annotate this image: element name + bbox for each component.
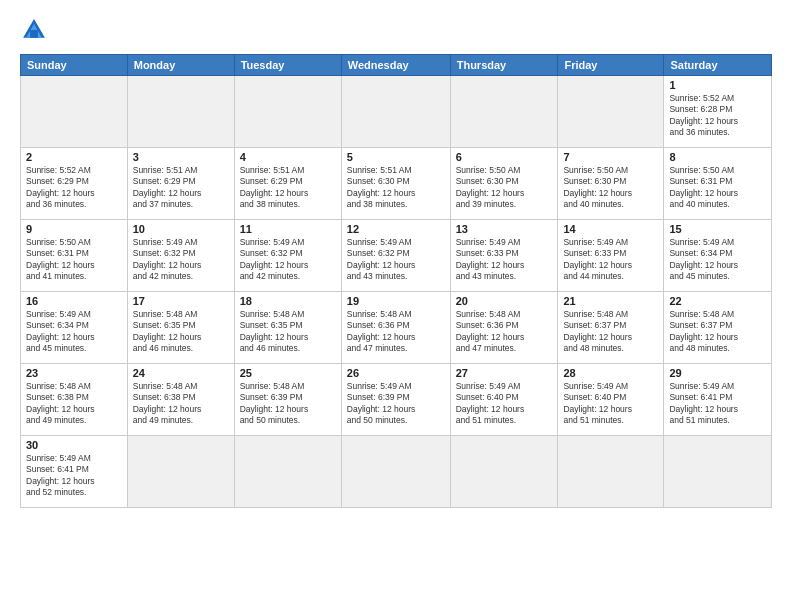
week-row-5: 30Sunrise: 5:49 AM Sunset: 6:41 PM Dayli… [21,436,772,508]
day-number: 19 [347,295,445,307]
day-info: Sunrise: 5:48 AM Sunset: 6:36 PM Dayligh… [456,309,553,355]
weekday-header-wednesday: Wednesday [341,55,450,76]
week-row-4: 23Sunrise: 5:48 AM Sunset: 6:38 PM Dayli… [21,364,772,436]
calendar-cell [558,436,664,508]
day-info: Sunrise: 5:52 AM Sunset: 6:29 PM Dayligh… [26,165,122,211]
day-info: Sunrise: 5:51 AM Sunset: 6:30 PM Dayligh… [347,165,445,211]
day-info: Sunrise: 5:50 AM Sunset: 6:30 PM Dayligh… [456,165,553,211]
calendar-cell: 2Sunrise: 5:52 AM Sunset: 6:29 PM Daylig… [21,148,128,220]
day-number: 8 [669,151,766,163]
calendar-cell: 21Sunrise: 5:48 AM Sunset: 6:37 PM Dayli… [558,292,664,364]
calendar-cell [127,76,234,148]
weekday-header-tuesday: Tuesday [234,55,341,76]
day-info: Sunrise: 5:49 AM Sunset: 6:39 PM Dayligh… [347,381,445,427]
calendar-cell [127,436,234,508]
day-number: 12 [347,223,445,235]
day-info: Sunrise: 5:48 AM Sunset: 6:38 PM Dayligh… [133,381,229,427]
calendar-cell: 3Sunrise: 5:51 AM Sunset: 6:29 PM Daylig… [127,148,234,220]
day-info: Sunrise: 5:49 AM Sunset: 6:41 PM Dayligh… [26,453,122,499]
calendar-cell: 13Sunrise: 5:49 AM Sunset: 6:33 PM Dayli… [450,220,558,292]
weekday-header-friday: Friday [558,55,664,76]
day-number: 30 [26,439,122,451]
day-info: Sunrise: 5:52 AM Sunset: 6:28 PM Dayligh… [669,93,766,139]
day-info: Sunrise: 5:48 AM Sunset: 6:39 PM Dayligh… [240,381,336,427]
day-number: 29 [669,367,766,379]
calendar-cell: 17Sunrise: 5:48 AM Sunset: 6:35 PM Dayli… [127,292,234,364]
day-info: Sunrise: 5:50 AM Sunset: 6:31 PM Dayligh… [26,237,122,283]
day-info: Sunrise: 5:49 AM Sunset: 6:33 PM Dayligh… [563,237,658,283]
day-number: 27 [456,367,553,379]
weekday-header-monday: Monday [127,55,234,76]
calendar-cell: 4Sunrise: 5:51 AM Sunset: 6:29 PM Daylig… [234,148,341,220]
logo [20,16,52,44]
calendar-cell [234,436,341,508]
day-info: Sunrise: 5:48 AM Sunset: 6:35 PM Dayligh… [240,309,336,355]
day-number: 5 [347,151,445,163]
calendar-cell: 18Sunrise: 5:48 AM Sunset: 6:35 PM Dayli… [234,292,341,364]
calendar-cell: 30Sunrise: 5:49 AM Sunset: 6:41 PM Dayli… [21,436,128,508]
calendar-cell [664,436,772,508]
day-number: 18 [240,295,336,307]
day-info: Sunrise: 5:49 AM Sunset: 6:41 PM Dayligh… [669,381,766,427]
day-info: Sunrise: 5:48 AM Sunset: 6:37 PM Dayligh… [669,309,766,355]
weekday-row: SundayMondayTuesdayWednesdayThursdayFrid… [21,55,772,76]
calendar-cell [341,76,450,148]
day-info: Sunrise: 5:49 AM Sunset: 6:32 PM Dayligh… [240,237,336,283]
calendar-cell [450,76,558,148]
calendar-cell: 1Sunrise: 5:52 AM Sunset: 6:28 PM Daylig… [664,76,772,148]
day-info: Sunrise: 5:49 AM Sunset: 6:34 PM Dayligh… [26,309,122,355]
day-number: 1 [669,79,766,91]
day-number: 2 [26,151,122,163]
day-info: Sunrise: 5:49 AM Sunset: 6:33 PM Dayligh… [456,237,553,283]
day-number: 24 [133,367,229,379]
week-row-2: 9Sunrise: 5:50 AM Sunset: 6:31 PM Daylig… [21,220,772,292]
day-info: Sunrise: 5:50 AM Sunset: 6:31 PM Dayligh… [669,165,766,211]
day-info: Sunrise: 5:49 AM Sunset: 6:32 PM Dayligh… [347,237,445,283]
day-number: 11 [240,223,336,235]
calendar-cell: 23Sunrise: 5:48 AM Sunset: 6:38 PM Dayli… [21,364,128,436]
calendar-cell [234,76,341,148]
day-info: Sunrise: 5:48 AM Sunset: 6:37 PM Dayligh… [563,309,658,355]
calendar-cell: 14Sunrise: 5:49 AM Sunset: 6:33 PM Dayli… [558,220,664,292]
day-number: 26 [347,367,445,379]
calendar-cell: 29Sunrise: 5:49 AM Sunset: 6:41 PM Dayli… [664,364,772,436]
day-info: Sunrise: 5:49 AM Sunset: 6:40 PM Dayligh… [563,381,658,427]
calendar-cell: 24Sunrise: 5:48 AM Sunset: 6:38 PM Dayli… [127,364,234,436]
calendar-cell [21,76,128,148]
calendar-cell: 25Sunrise: 5:48 AM Sunset: 6:39 PM Dayli… [234,364,341,436]
svg-rect-2 [30,30,38,38]
day-number: 13 [456,223,553,235]
calendar-cell: 6Sunrise: 5:50 AM Sunset: 6:30 PM Daylig… [450,148,558,220]
day-number: 15 [669,223,766,235]
header [20,16,772,44]
calendar-cell: 5Sunrise: 5:51 AM Sunset: 6:30 PM Daylig… [341,148,450,220]
day-number: 21 [563,295,658,307]
calendar-cell: 15Sunrise: 5:49 AM Sunset: 6:34 PM Dayli… [664,220,772,292]
week-row-0: 1Sunrise: 5:52 AM Sunset: 6:28 PM Daylig… [21,76,772,148]
calendar-cell: 19Sunrise: 5:48 AM Sunset: 6:36 PM Dayli… [341,292,450,364]
day-number: 7 [563,151,658,163]
day-number: 16 [26,295,122,307]
calendar-cell: 27Sunrise: 5:49 AM Sunset: 6:40 PM Dayli… [450,364,558,436]
day-number: 3 [133,151,229,163]
day-number: 14 [563,223,658,235]
calendar-cell: 9Sunrise: 5:50 AM Sunset: 6:31 PM Daylig… [21,220,128,292]
day-info: Sunrise: 5:48 AM Sunset: 6:35 PM Dayligh… [133,309,229,355]
day-number: 23 [26,367,122,379]
calendar-cell: 7Sunrise: 5:50 AM Sunset: 6:30 PM Daylig… [558,148,664,220]
day-number: 28 [563,367,658,379]
weekday-header-thursday: Thursday [450,55,558,76]
week-row-3: 16Sunrise: 5:49 AM Sunset: 6:34 PM Dayli… [21,292,772,364]
day-info: Sunrise: 5:49 AM Sunset: 6:32 PM Dayligh… [133,237,229,283]
calendar-cell: 12Sunrise: 5:49 AM Sunset: 6:32 PM Dayli… [341,220,450,292]
day-info: Sunrise: 5:48 AM Sunset: 6:36 PM Dayligh… [347,309,445,355]
day-number: 6 [456,151,553,163]
day-info: Sunrise: 5:49 AM Sunset: 6:40 PM Dayligh… [456,381,553,427]
calendar-cell [450,436,558,508]
calendar-cell: 20Sunrise: 5:48 AM Sunset: 6:36 PM Dayli… [450,292,558,364]
day-number: 20 [456,295,553,307]
calendar-body: 1Sunrise: 5:52 AM Sunset: 6:28 PM Daylig… [21,76,772,508]
day-number: 9 [26,223,122,235]
calendar-cell: 22Sunrise: 5:48 AM Sunset: 6:37 PM Dayli… [664,292,772,364]
day-info: Sunrise: 5:50 AM Sunset: 6:30 PM Dayligh… [563,165,658,211]
